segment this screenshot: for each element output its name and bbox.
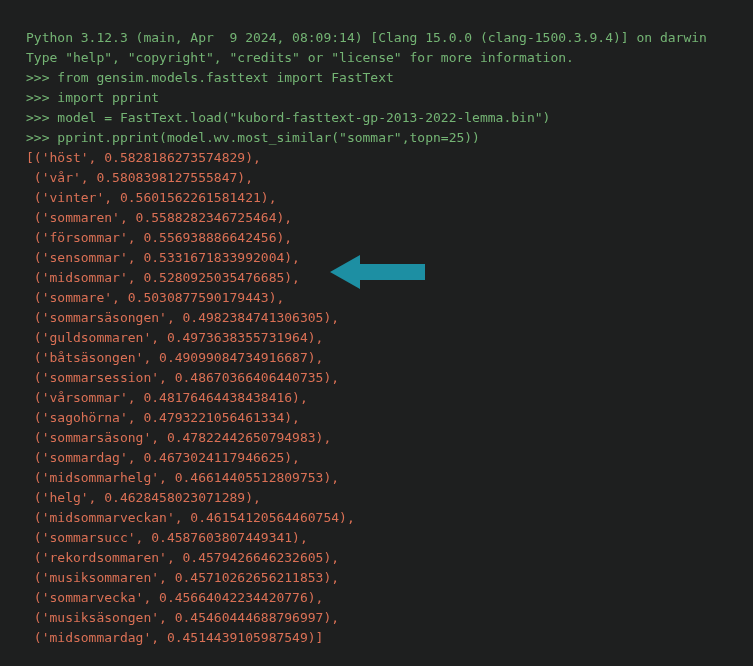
output-results: [('höst', 0.5828186273574829), ('vår', 0…	[26, 148, 727, 648]
result-item: ('midsommarhelg', 0.46614405512809753),	[26, 468, 727, 488]
repl-command-import-pprint: >>> import pprint	[26, 88, 727, 108]
result-item: ('båtsäsongen', 0.49099084734916687),	[26, 348, 727, 368]
result-item: ('sagohörna', 0.4793221056461334),	[26, 408, 727, 428]
result-item: ('sommarsession', 0.48670366406440735),	[26, 368, 727, 388]
result-item: ('helg', 0.4628458023071289),	[26, 488, 727, 508]
repl-command-load-model: >>> model = FastText.load("kubord-fastte…	[26, 108, 727, 128]
result-item: ('sommarsäsong', 0.47822442650794983),	[26, 428, 727, 448]
result-item: ('midsommarveckan', 0.46154120564460754)…	[26, 508, 727, 528]
result-item: ('sommaren', 0.5588282346725464),	[26, 208, 727, 228]
result-item: ('sommardag', 0.4673024117946625),	[26, 448, 727, 468]
result-item: [('höst', 0.5828186273574829),	[26, 148, 727, 168]
python-help-line: Type "help", "copyright", "credits" or "…	[26, 48, 727, 68]
arrow-annotation-icon	[330, 252, 430, 298]
repl-command-import-fasttext: >>> from gensim.models.fasttext import F…	[26, 68, 727, 88]
repl-command-call: >>> pprint.pprint(model.wv.most_similar(…	[26, 128, 727, 148]
result-item: ('musiksommaren', 0.45710262656211853),	[26, 568, 727, 588]
result-item: ('vårsommar', 0.48176464438438416),	[26, 388, 727, 408]
python-version-line: Python 3.12.3 (main, Apr 9 2024, 08:09:1…	[26, 28, 727, 48]
svg-marker-0	[330, 255, 425, 289]
result-item: ('midsommardag', 0.4514439105987549)]	[26, 628, 727, 648]
result-item: ('sommarsucc', 0.4587603807449341),	[26, 528, 727, 548]
result-item: ('vår', 0.5808398127555847),	[26, 168, 727, 188]
result-item: ('sommarsäsongen', 0.4982384741306305),	[26, 308, 727, 328]
result-item: ('sommarvecka', 0.45664042234420776),	[26, 588, 727, 608]
result-item: ('guldsommaren', 0.4973638355731964),	[26, 328, 727, 348]
result-item: ('försommar', 0.556938886642456),	[26, 228, 727, 248]
result-item: ('vinter', 0.5601562261581421),	[26, 188, 727, 208]
result-item: ('rekordsommaren', 0.4579426646232605),	[26, 548, 727, 568]
result-item: ('musiksäsongen', 0.45460444688796997),	[26, 608, 727, 628]
